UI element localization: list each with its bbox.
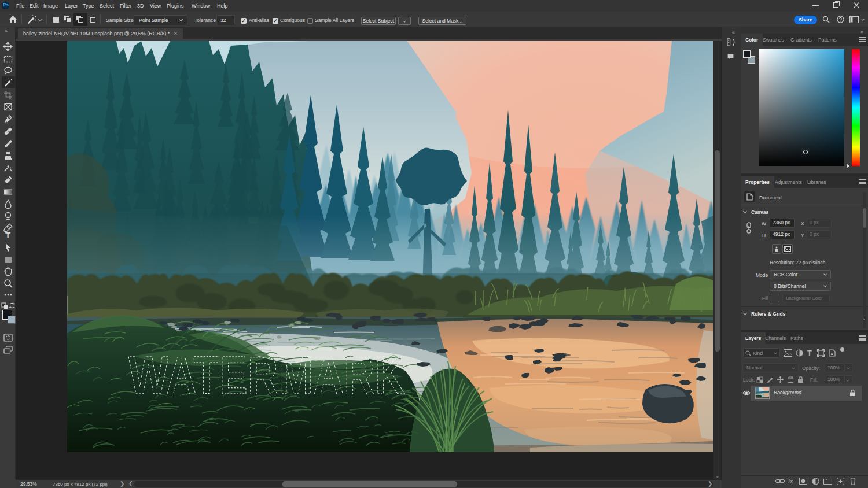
svg-text:WATERMARK: WATERMARK [128,346,405,405]
